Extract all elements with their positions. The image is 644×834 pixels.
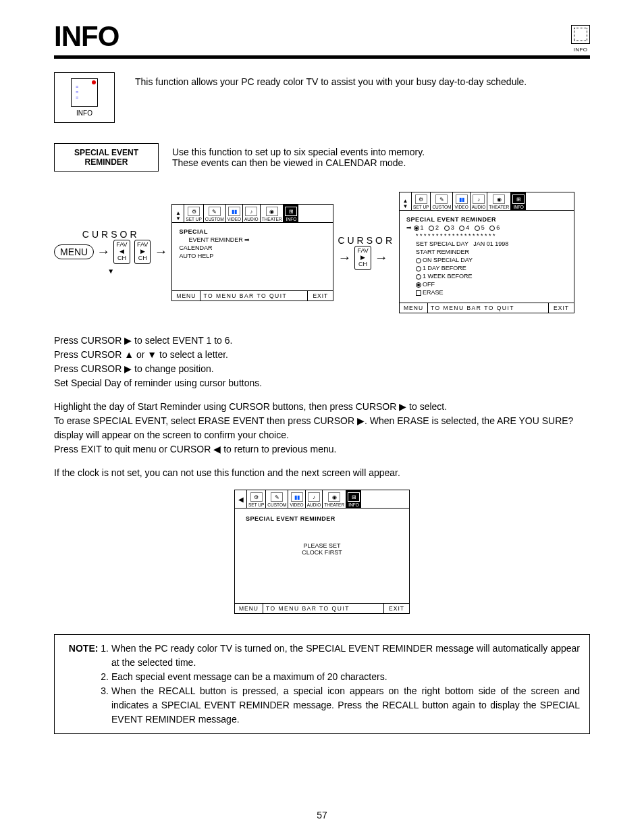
- clock-msg-2: CLOCK FIRST: [242, 549, 402, 556]
- cursor-label-2: CURSOR: [338, 235, 395, 246]
- menubar-tab-theater: ◉THEATER: [261, 205, 284, 222]
- menubar-tab-video: ▮▮VIDEO: [226, 205, 243, 222]
- info-corner-badge: INFO: [571, 25, 590, 53]
- opt-off: OFF: [406, 281, 567, 288]
- instr-1-4: Set Special Day of reminder using cursor…: [54, 376, 590, 390]
- down-indicator: ▼: [107, 267, 114, 275]
- intro-row: INFO This function allows your PC ready …: [54, 72, 590, 123]
- foot-center: TO MENU BAR TO QUIT: [428, 303, 548, 313]
- note-box: NOTE: 1. When the PC ready color TV is t…: [54, 634, 590, 734]
- note-1-text: When the PC ready color TV is turned on,…: [111, 642, 580, 670]
- clock-msg-1: PLEASE SET: [242, 542, 402, 549]
- page-title: INFO: [54, 20, 119, 53]
- screen1-item-event-reminder: EVENT REMINDER ➡: [179, 236, 326, 243]
- arrow-right-icon: →: [338, 250, 351, 265]
- menubar-tab-info: ⊞INFO: [346, 490, 361, 508]
- clock-screen-title: SPECIAL EVENT REMINDER: [242, 515, 402, 522]
- note-2: 2. Each special event message can be a m…: [64, 670, 580, 684]
- arrow-right-icon: →: [375, 250, 388, 265]
- screen1-item-calendar: CALENDAR: [179, 244, 326, 251]
- foot-menu: MENU: [235, 604, 263, 613]
- ser-box-line1: SPECIAL EVENT: [61, 148, 151, 157]
- menubar-tab-custom: ✎CUSTOM: [204, 205, 226, 222]
- page-number: 57: [0, 810, 644, 820]
- instr-2-1: Highlight the day of Start Reminder usin…: [54, 400, 590, 414]
- special-event-reminder-box: SPECIAL EVENT REMINDER: [54, 143, 159, 172]
- special-event-reminder-row: SPECIAL EVENT REMINDER Use this function…: [54, 143, 590, 172]
- menu-screen-2: ▲▼ ⚙SET UP ✎CUSTOM ▮▮VIDEO ♪AUDIO ◉THEAT…: [399, 192, 574, 313]
- opt-1-week-before: 1 WEEK BEFORE: [406, 273, 567, 280]
- ser-text-line2: These events can then be viewed in CALEN…: [172, 157, 425, 168]
- clock-screen-body: SPECIAL EVENT REMINDER PLEASE SET CLOCK …: [235, 509, 409, 603]
- info-icon: [571, 25, 590, 44]
- menubar-2: ▲▼ ⚙SET UP ✎CUSTOM ▮▮VIDEO ♪AUDIO ◉THEAT…: [400, 192, 574, 211]
- note-2-text: Each special event message can be a maxi…: [111, 670, 580, 684]
- info-badge-label: INFO: [60, 109, 109, 117]
- menubar-tab-custom: ✎CUSTOM: [431, 192, 453, 210]
- opt-1-day-before: 1 DAY BEFORE: [406, 265, 567, 271]
- screen1-body: SPECIAL EVENT REMINDER ➡ CALENDAR AUTO H…: [172, 223, 333, 290]
- reminder-icon: [71, 78, 98, 107]
- foot-exit: EXIT: [548, 303, 574, 313]
- foot-exit: EXIT: [307, 291, 333, 301]
- clock-not-set-screen-wrap: ◀ ⚙SET UP ✎CUSTOM ▮▮VIDEO ♪AUDIO ◉THEATE…: [54, 490, 590, 614]
- menubar-tab-custom: ✎CUSTOM: [266, 490, 288, 508]
- set-special-day-row: SET SPECIAL DAY JAN 01 1998: [406, 240, 567, 247]
- event-radio-1: [414, 226, 419, 231]
- instr-3-1: If the clock is not set, you can not use…: [54, 466, 590, 480]
- fav-right-button-2: FAV▶CH: [354, 246, 371, 270]
- menubar-arrows: ▲▼: [172, 205, 184, 222]
- menubar-tab-audio: ♪AUDIO: [306, 490, 323, 508]
- menubar-tab-setup: ⚙SET UP: [247, 490, 266, 508]
- opt-on-special-day: ON SPECIAL DAY: [406, 257, 567, 263]
- event-radio-3: [444, 226, 450, 231]
- ser-description: Use this function to set up to six speci…: [172, 147, 425, 168]
- screen2-body: SPECIAL EVENT REMINDER ➡ 1 2 3 4 5 6 * *…: [400, 211, 574, 303]
- screen2-footer: MENU TO MENU BAR TO QUIT EXIT: [400, 303, 574, 313]
- foot-exit: EXIT: [383, 604, 409, 613]
- navigation-diagram: CURSOR MENU → FAV◀CH FAV▶CH → ▼ ▲▼ ⚙SET …: [54, 192, 590, 313]
- header-divider: [54, 55, 590, 59]
- menubar-tab-setup: ⚙SET UP: [412, 192, 431, 210]
- opt-erase: ERASE: [406, 289, 567, 296]
- menubar-1: ▲▼ ⚙SET UP ✎CUSTOM ▮▮VIDEO ♪AUDIO ◉THEAT…: [172, 205, 333, 223]
- menubar-tab-video: ▮▮VIDEO: [453, 192, 470, 210]
- arrow-right-icon: →: [154, 244, 167, 259]
- menubar-tab-theater: ◉THEATER: [323, 490, 346, 508]
- arrow-right-icon: →: [97, 244, 110, 259]
- menubar-3: ◀ ⚙SET UP ✎CUSTOM ▮▮VIDEO ♪AUDIO ◉THEATE…: [235, 490, 409, 509]
- instructions-block-3: If the clock is not set, you can not use…: [54, 466, 590, 480]
- instr-1-2: Press CURSOR ▲ or ▼ to select a letter.: [54, 348, 590, 362]
- event-radio-5: [475, 226, 480, 231]
- menubar-tab-audio: ♪AUDIO: [471, 192, 488, 210]
- menubar-tab-info: ⊞INFO: [284, 205, 298, 222]
- event-selector-row: ➡ 1 2 3 4 5 6: [406, 224, 567, 231]
- instructions-block-2: Highlight the day of Start Reminder usin…: [54, 400, 590, 457]
- foot-menu: MENU: [400, 303, 428, 313]
- foot-center: TO MENU BAR TO QUIT: [263, 604, 383, 613]
- event-text-placeholder: * * * * * * * * * * * * * * * * * * * *: [406, 232, 567, 239]
- menubar-arrows: ▲▼: [400, 192, 412, 210]
- menubar-tab-video: ▮▮VIDEO: [288, 490, 305, 508]
- event-radio-6: [489, 226, 495, 231]
- start-reminder-label: START REMINDER: [406, 249, 567, 255]
- event-radio-4: [459, 226, 464, 231]
- clock-screen-footer: MENU TO MENU BAR TO QUIT EXIT: [235, 603, 409, 613]
- note-3-text: When the RECALL button is pressed, a spe…: [111, 684, 580, 727]
- instr-2-2: To erase SPECIAL EVENT, select ERASE EVE…: [54, 414, 590, 442]
- foot-menu: MENU: [172, 291, 200, 301]
- back-arrow-icon: ◀: [235, 490, 247, 508]
- menubar-tab-audio: ♪AUDIO: [243, 205, 261, 222]
- menu-screen-1: ▲▼ ⚙SET UP ✎CUSTOM ▮▮VIDEO ♪AUDIO ◉THEAT…: [171, 204, 333, 301]
- menubar-tab-setup: ⚙SET UP: [184, 205, 203, 222]
- note-3: 3. When the RECALL button is pressed, a …: [64, 684, 580, 727]
- menu-button: MENU: [54, 244, 94, 259]
- fav-left-button: FAV◀CH: [113, 240, 130, 264]
- ser-text-line1: Use this function to set up to six speci…: [172, 147, 425, 157]
- cursor-label-1: CURSOR: [54, 229, 167, 240]
- info-icon-label: INFO: [571, 47, 590, 53]
- instr-1-3: Press CURSOR ▶ to change position.: [54, 362, 590, 376]
- mid-nav: CURSOR → FAV▶CH →: [338, 235, 395, 270]
- menubar-tab-info: ⊞INFO: [511, 192, 526, 210]
- foot-center: TO MENU BAR TO QUIT: [200, 291, 307, 301]
